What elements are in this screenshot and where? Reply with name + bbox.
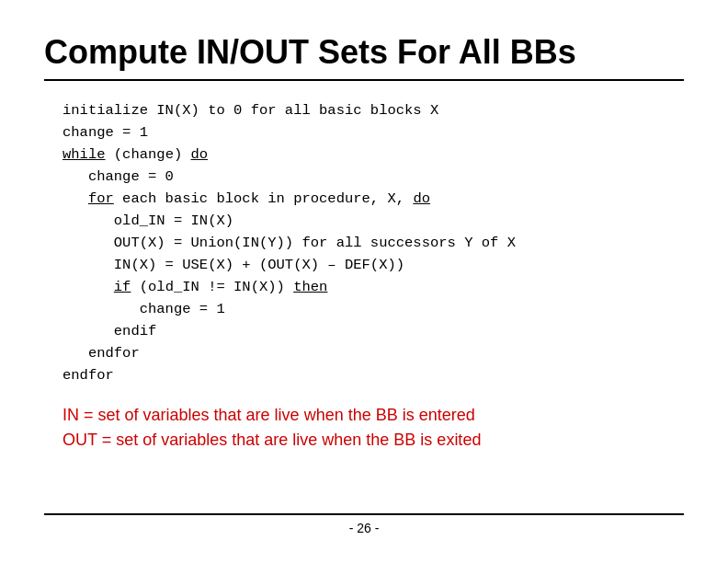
bottom-divider: [44, 513, 684, 515]
do-keyword-2: do: [413, 190, 430, 207]
code-line-5: for each basic block in procedure, X, do: [63, 188, 684, 210]
code-line-7: OUT(X) = Union(IN(Y)) for all successors…: [63, 232, 684, 254]
code-line-2: change = 1: [63, 121, 684, 144]
slide: Compute IN/OUT Sets For All BBs initiali…: [0, 0, 728, 563]
code-line-8: IN(X) = USE(X) + (OUT(X) – DEF(X)): [63, 254, 684, 276]
code-line-3: while (change) do: [63, 144, 684, 166]
code-line-11: endif: [63, 320, 684, 342]
do-keyword-1: do: [191, 146, 209, 163]
code-line-6: old_IN = IN(X): [63, 210, 684, 232]
code-line-10: change = 1: [63, 298, 684, 320]
code-line-4: change = 0: [63, 166, 684, 188]
summary-line-1: IN = set of variables that are live when…: [63, 403, 684, 428]
for-keyword: for: [88, 190, 114, 207]
summary-line-2: OUT = set of variables that are live whe…: [63, 428, 684, 453]
footer: - 26 -: [44, 499, 684, 535]
code-line-13: endfor: [63, 364, 684, 386]
content-area: initialize IN(X) to 0 for all basic bloc…: [44, 99, 684, 535]
code-line-12: endfor: [63, 342, 684, 364]
then-keyword: then: [293, 279, 327, 295]
code-line-9: if (old_IN != IN(X)) then: [63, 276, 684, 298]
code-block: initialize IN(X) to 0 for all basic bloc…: [63, 99, 684, 386]
slide-title: Compute IN/OUT Sets For All BBs: [44, 33, 684, 72]
code-line-1: initialize IN(X) to 0 for all basic bloc…: [63, 99, 684, 121]
title-divider: [44, 79, 684, 81]
while-keyword: while: [63, 146, 106, 163]
page-number: - 26 -: [44, 521, 684, 535]
if-keyword: if: [114, 279, 131, 295]
summary-block: IN = set of variables that are live when…: [63, 403, 684, 453]
